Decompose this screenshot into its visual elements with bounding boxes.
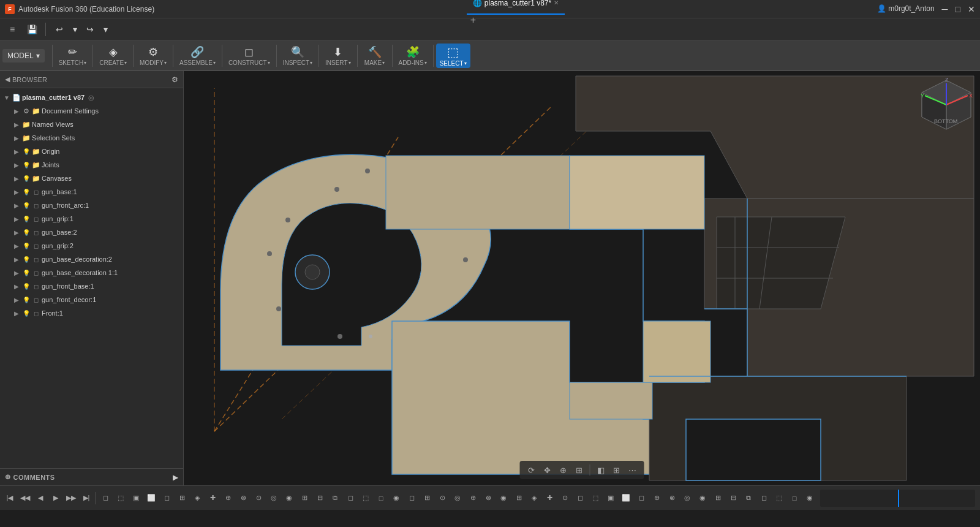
tool-39[interactable]: ◎: [680, 491, 695, 506]
origin-expand[interactable]: ▶: [12, 147, 21, 156]
playback-play[interactable]: ▶: [48, 491, 63, 506]
gun-grip2-eye[interactable]: 💡: [22, 243, 31, 249]
tree-item-joints[interactable]: ▶ 💡 📁 Joints: [0, 158, 183, 172]
tree-item-gun-base1[interactable]: ▶ 💡 ◻ gun_base:1: [0, 185, 183, 199]
playback-start[interactable]: |◀: [2, 491, 17, 506]
playback-prev[interactable]: ◀◀: [18, 491, 32, 506]
tool-29[interactable]: ◈: [527, 491, 541, 506]
tool-43[interactable]: ⧉: [741, 491, 756, 506]
gun-base-dec11-box[interactable]: ◻: [32, 270, 40, 276]
maximize-button[interactable]: □: [956, 4, 960, 14]
insert-group[interactable]: ⬇ INSERT ▾: [322, 44, 355, 67]
playback-prev-step[interactable]: ◀: [33, 491, 48, 506]
tool-19[interactable]: □: [374, 491, 388, 506]
canvases-eye[interactable]: 💡: [22, 175, 31, 182]
tree-item-gun-base-dec11[interactable]: ▶ 💡 ◻ gun_base_decoration 1:1: [0, 266, 183, 279]
tool-11[interactable]: ⊙: [251, 491, 266, 506]
gun-base2-expand[interactable]: ▶: [12, 228, 21, 237]
gun-front-base1-eye[interactable]: 💡: [22, 283, 31, 290]
menu-button[interactable]: ≡: [4, 21, 21, 38]
tool-20[interactable]: ◉: [389, 491, 404, 506]
root-expand-icon[interactable]: ▼: [2, 93, 11, 102]
tree-item-gun-front-decor1[interactable]: ▶ 💡 ◻ gun_front_decor:1: [0, 293, 183, 306]
addins-group[interactable]: 🧩 ADD-INS ▾: [395, 44, 431, 67]
tree-item-gun-base2[interactable]: ▶ 💡 ◻ gun_base:2: [0, 226, 183, 239]
gun-grip1-expand[interactable]: ▶: [12, 214, 21, 223]
tool-38[interactable]: ⊗: [665, 491, 679, 506]
tool-42[interactable]: ⊟: [726, 491, 741, 506]
tree-item-gun-front-arc1[interactable]: ▶ 💡 ◻ gun_front_arc:1: [0, 199, 183, 212]
tool-33[interactable]: ⬚: [588, 491, 603, 506]
canvases-expand[interactable]: ▶: [12, 174, 21, 183]
tool-23[interactable]: ⊙: [435, 491, 450, 506]
pan-tool[interactable]: ✥: [541, 463, 554, 477]
gun-base-dec11-expand[interactable]: ▶: [12, 268, 21, 277]
sketch-group[interactable]: ✏ SKETCH ▾: [55, 44, 91, 67]
zoom-tool[interactable]: ⊕: [557, 463, 570, 477]
gun-base2-eye[interactable]: 💡: [22, 229, 31, 236]
tree-item-origin[interactable]: ▶ 💡 📁 Origin: [0, 145, 183, 158]
gun-grip1-eye[interactable]: 💡: [22, 216, 31, 222]
tree-item-front1[interactable]: ▶ 💡 ◻ Front:1: [0, 306, 183, 320]
tool-17[interactable]: ◻: [343, 491, 358, 506]
tool-1[interactable]: ◻: [98, 491, 113, 506]
tree-item-gun-base-dec2[interactable]: ▶ 💡 ◻ gun_base_decoration:2: [0, 252, 183, 266]
navigation-cube[interactable]: X Y Z BOTTOM: [919, 77, 974, 132]
tool-27[interactable]: ◉: [496, 491, 511, 506]
gun-front-decor1-box[interactable]: ◻: [32, 297, 40, 303]
tool-32[interactable]: ◻: [573, 491, 587, 506]
gun-grip2-box[interactable]: ◻: [32, 243, 40, 249]
comments-expand-icon[interactable]: ⊕: [5, 473, 11, 481]
timeline-bar[interactable]: [820, 490, 975, 507]
origin-eye[interactable]: 💡: [22, 148, 31, 155]
assemble-group[interactable]: 🔗 ASSEMBLE ▾: [176, 44, 219, 67]
tool-28[interactable]: ⊞: [511, 491, 526, 506]
gun-base-dec2-eye[interactable]: 💡: [22, 256, 31, 263]
gun-front-arc1-eye[interactable]: 💡: [22, 202, 31, 209]
tool-47[interactable]: ◉: [802, 491, 817, 506]
tool-5[interactable]: ◻: [159, 491, 174, 506]
tool-30[interactable]: ✚: [542, 491, 557, 506]
gun-base2-box[interactable]: ◻: [32, 229, 40, 236]
tree-root[interactable]: ▼ 📄 plasma_cutter1 v87 ◎: [0, 91, 183, 104]
gun-grip1-box[interactable]: ◻: [32, 216, 40, 222]
minimize-button[interactable]: ─: [942, 4, 948, 14]
gun-front-decor1-expand[interactable]: ▶: [12, 295, 21, 304]
tool-37[interactable]: ⊕: [649, 491, 664, 506]
tool-8[interactable]: ✚: [205, 491, 220, 506]
tool-46[interactable]: □: [787, 491, 802, 506]
tool-2[interactable]: ⬚: [113, 491, 128, 506]
tool-35[interactable]: ⬜: [619, 491, 633, 506]
select-group[interactable]: ⬚ SELECT ▾: [436, 44, 470, 68]
close-button[interactable]: ✕: [968, 4, 975, 14]
named-views-expand[interactable]: ▶: [12, 120, 21, 129]
zoom-fit-tool[interactable]: ⊞: [573, 463, 586, 477]
tool-7[interactable]: ◈: [190, 491, 205, 506]
tool-26[interactable]: ⊗: [481, 491, 496, 506]
tool-14[interactable]: ⊞: [297, 491, 312, 506]
gun-base1-box[interactable]: ◻: [32, 189, 40, 195]
selection-sets-expand[interactable]: ▶: [12, 134, 21, 142]
tool-36[interactable]: ◻: [634, 491, 649, 506]
gun-base1-expand[interactable]: ▶: [12, 188, 21, 196]
tool-9[interactable]: ⊕: [221, 491, 235, 506]
tool-21[interactable]: ◻: [404, 491, 419, 506]
tree-item-canvases[interactable]: ▶ 💡 📁 Canvases: [0, 172, 183, 185]
tool-10[interactable]: ⊗: [236, 491, 251, 506]
tool-40[interactable]: ◉: [695, 491, 710, 506]
playback-next-step[interactable]: ▶▶: [64, 491, 78, 506]
tool-45[interactable]: ⬚: [772, 491, 786, 506]
front1-eye[interactable]: 💡: [22, 310, 31, 317]
tool-15[interactable]: ⊟: [312, 491, 327, 506]
construct-group[interactable]: ◻ CONSTRUCT ▾: [225, 44, 274, 67]
browser-collapse-icon[interactable]: ◀: [5, 75, 10, 83]
more-tools[interactable]: ⋯: [626, 463, 639, 477]
playback-end[interactable]: ▶|: [79, 491, 94, 506]
modify-group[interactable]: ⚙ MODIFY ▾: [136, 44, 170, 67]
joints-expand[interactable]: ▶: [12, 161, 21, 169]
tool-16[interactable]: ⧉: [328, 491, 342, 506]
redo-dropdown[interactable]: ▾: [101, 21, 110, 38]
active-tab[interactable]: 🌐 plasma_cutter1 v87* ✕: [467, 0, 565, 15]
gun-base-dec2-box[interactable]: ◻: [32, 256, 40, 263]
tool-6[interactable]: ⊞: [175, 491, 189, 506]
